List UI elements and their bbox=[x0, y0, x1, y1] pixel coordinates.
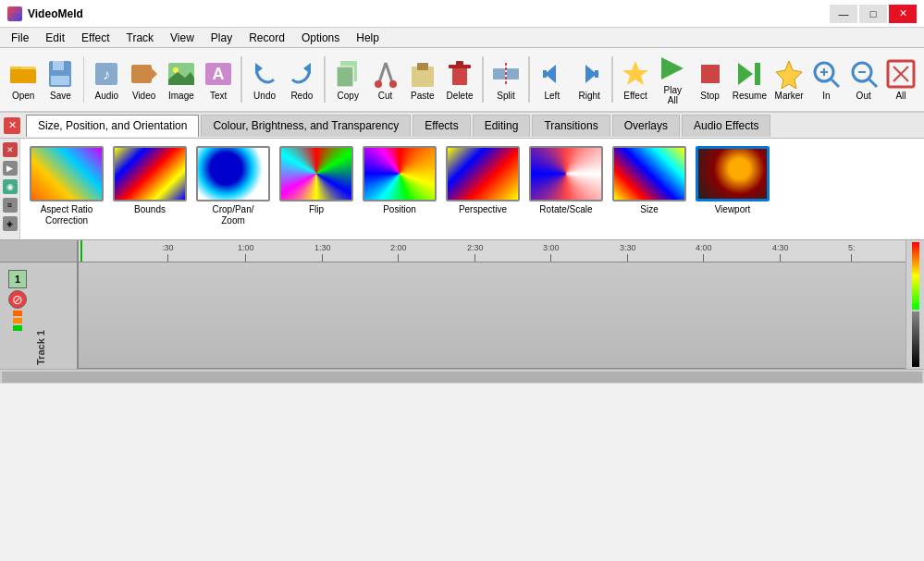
text-button[interactable]: AText bbox=[201, 52, 236, 107]
open-button[interactable]: Open bbox=[6, 52, 41, 107]
effects-sidebar-icon-4[interactable]: ◈ bbox=[3, 216, 18, 231]
hscroll-track[interactable] bbox=[2, 372, 922, 383]
menu-item-effect[interactable]: Effect bbox=[74, 30, 117, 46]
tab-transitions[interactable]: Transitions bbox=[532, 115, 610, 137]
effect-item-crop-pan-zoom[interactable]: Crop/Pan/ Zoom bbox=[196, 146, 270, 232]
effect-icon bbox=[621, 59, 650, 89]
tab-editing[interactable]: Editing bbox=[473, 115, 531, 137]
effects-sidebar-icon-close[interactable]: ✕ bbox=[3, 142, 18, 157]
ruler-tick: 1:30 bbox=[314, 240, 331, 262]
svg-marker-15 bbox=[255, 63, 263, 74]
effect-label-rotate-scale: Rotate/Scale bbox=[539, 204, 592, 215]
image-button[interactable]: Image bbox=[164, 52, 199, 107]
svg-rect-37 bbox=[701, 65, 720, 83]
delete-button[interactable]: Delete bbox=[442, 52, 477, 107]
svg-marker-38 bbox=[738, 63, 753, 85]
minimize-button[interactable]: — bbox=[830, 5, 857, 23]
folder-open-icon bbox=[8, 59, 38, 89]
vol-bar-orange bbox=[13, 318, 22, 323]
copy-label: Copy bbox=[338, 91, 359, 101]
horizontal-scrollbar[interactable] bbox=[0, 369, 924, 384]
tab-colour[interactable]: Colour, Brightness, and Transparency bbox=[201, 115, 411, 137]
svg-rect-29 bbox=[507, 68, 519, 79]
effect-label-position: Position bbox=[383, 204, 416, 215]
menu-item-track[interactable]: Track bbox=[119, 30, 162, 46]
right-button[interactable]: Right bbox=[572, 52, 607, 107]
track-name: Track 1 bbox=[35, 266, 46, 365]
effect-label-bounds: Bounds bbox=[134, 204, 166, 215]
save-button[interactable]: Save bbox=[43, 52, 78, 107]
marker-label: Marker bbox=[775, 91, 804, 101]
effects-close-button[interactable]: ✕ bbox=[4, 117, 20, 134]
svg-rect-25 bbox=[452, 67, 467, 85]
svg-marker-16 bbox=[303, 63, 311, 74]
ruler-tick-line bbox=[780, 254, 781, 262]
undo-icon bbox=[250, 59, 279, 89]
effects-sidebar-icon-2[interactable]: ◉ bbox=[3, 179, 18, 194]
title-bar: VideoMeld — □ ✕ bbox=[0, 0, 924, 28]
video-label: Video bbox=[132, 91, 155, 101]
save-label: Save bbox=[50, 91, 71, 101]
effect-item-bounds[interactable]: Bounds bbox=[113, 146, 187, 232]
undo-button[interactable]: Undo bbox=[247, 52, 282, 107]
ruler-tick-line bbox=[851, 254, 852, 262]
effect-item-viewport[interactable]: Viewport bbox=[696, 146, 770, 232]
maximize-button[interactable]: □ bbox=[859, 5, 887, 23]
color-bar-bottom bbox=[912, 311, 919, 367]
open-label: Open bbox=[12, 91, 34, 101]
menu-item-options[interactable]: Options bbox=[294, 30, 347, 46]
tab-size-pos[interactable]: Size, Position, and Orientation bbox=[26, 115, 199, 137]
effect-label: Effect bbox=[623, 91, 647, 101]
paste-button[interactable]: Paste bbox=[405, 52, 440, 107]
cut-button[interactable]: Cut bbox=[367, 52, 402, 107]
copy-button[interactable]: Copy bbox=[330, 52, 365, 107]
text-label: Text bbox=[210, 91, 227, 101]
track-mute-icon[interactable]: ⊘ bbox=[8, 290, 27, 309]
effect-item-position[interactable]: Position bbox=[363, 146, 437, 232]
menu-bar: FileEditEffectTrackViewPlayRecordOptions… bbox=[0, 28, 924, 48]
zoom_in-button[interactable]: In bbox=[808, 52, 844, 107]
menu-item-edit[interactable]: Edit bbox=[38, 30, 72, 46]
effect-item-size[interactable]: Size bbox=[612, 146, 686, 232]
effects-sidebar-icon-1[interactable]: ▶ bbox=[3, 161, 18, 176]
audio-button[interactable]: ♪Audio bbox=[89, 52, 124, 107]
close-button[interactable]: ✕ bbox=[889, 5, 917, 23]
play_all-button[interactable]: Play All bbox=[655, 52, 690, 107]
zoom_out-button[interactable]: Out bbox=[846, 52, 881, 107]
effect-thumb-flip bbox=[279, 146, 353, 201]
menu-item-help[interactable]: Help bbox=[349, 30, 387, 46]
svg-rect-4 bbox=[53, 61, 64, 70]
svg-marker-35 bbox=[622, 61, 648, 85]
effect-item-rotate-scale[interactable]: Rotate/Scale bbox=[529, 146, 603, 232]
tab-overlays[interactable]: Overlays bbox=[612, 115, 680, 137]
stop-icon bbox=[696, 59, 725, 89]
split-button[interactable]: Split bbox=[488, 52, 524, 107]
menu-item-view[interactable]: View bbox=[163, 30, 202, 46]
effect-item-aspect-ratio[interactable]: Aspect Ratio Correction bbox=[30, 146, 104, 232]
marker-button[interactable]: Marker bbox=[771, 52, 807, 107]
zoom_all-button[interactable]: All bbox=[883, 52, 918, 107]
left-button[interactable]: Left bbox=[535, 52, 570, 107]
effect-item-flip[interactable]: Flip bbox=[279, 146, 353, 232]
effect-button[interactable]: Effect bbox=[618, 52, 653, 107]
effects-sidebar: ✕ ▶ ◉ ≡ ◈ bbox=[0, 139, 20, 239]
ruler-tick: 4:00 bbox=[696, 240, 712, 262]
effect-item-perspective[interactable]: Perspective bbox=[446, 146, 520, 232]
right-panel bbox=[906, 240, 924, 369]
menu-item-play[interactable]: Play bbox=[203, 30, 240, 46]
redo-button[interactable]: Redo bbox=[284, 52, 319, 107]
menu-item-file[interactable]: File bbox=[4, 30, 36, 46]
svg-point-21 bbox=[375, 80, 382, 88]
right-label: Right bbox=[578, 91, 599, 101]
resume-button[interactable]: Resume bbox=[730, 52, 770, 107]
menu-item-record[interactable]: Record bbox=[241, 30, 292, 46]
stop-button[interactable]: Stop bbox=[692, 52, 727, 107]
video-button[interactable]: Video bbox=[126, 52, 161, 107]
video-icon bbox=[129, 59, 159, 89]
svg-rect-39 bbox=[755, 63, 760, 85]
effect-thumb-rotate-scale bbox=[529, 146, 603, 201]
tab-audio-fx[interactable]: Audio Effects bbox=[682, 115, 771, 137]
ruler-tick: 3:00 bbox=[543, 240, 560, 262]
tab-effects[interactable]: Effects bbox=[413, 115, 470, 137]
effects-sidebar-icon-3[interactable]: ≡ bbox=[3, 198, 18, 213]
